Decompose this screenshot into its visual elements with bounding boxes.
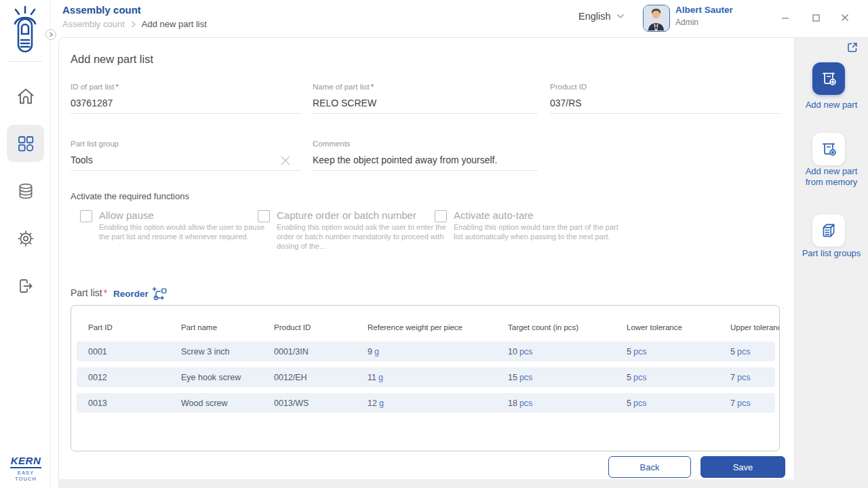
capture-order-label[interactable]: Capture order or batch number	[277, 209, 416, 221]
field-comments-label: Comments	[313, 140, 351, 148]
language-selector[interactable]: English	[578, 11, 625, 22]
language-label: English	[578, 11, 611, 22]
col-part-name: Part name	[181, 323, 274, 331]
col-upper-tolerance: Upper tolerance	[730, 323, 780, 331]
part-list-groups-label[interactable]: Part list groups	[795, 248, 868, 259]
field-product-id-label: Product ID	[550, 83, 587, 91]
cell-part-id: 0001	[88, 347, 181, 357]
cell-part-id: 0012	[88, 373, 181, 382]
reorder-label: Reorder	[113, 289, 149, 299]
field-group-input[interactable]: Tools	[71, 155, 301, 165]
clear-x-icon	[279, 155, 292, 167]
part-list-groups-icon	[820, 222, 837, 239]
form-heading: Add new part list	[71, 53, 153, 66]
cell-part-name: Wood screw	[181, 399, 274, 408]
field-comments: Comments Keep the object pointed away fr…	[313, 140, 538, 171]
add-new-part-label[interactable]: Add new part	[795, 100, 868, 110]
breadcrumb: Assembly count Add new part list	[62, 19, 207, 29]
field-underline	[71, 170, 301, 171]
part-list-groups-button[interactable]	[812, 214, 845, 247]
field-part-list-group: Part list group Tools	[71, 140, 301, 171]
cell-product-id: 0013/WS	[274, 399, 368, 408]
add-part-from-memory-icon	[820, 140, 837, 158]
sidebar-item-settings[interactable]	[7, 220, 44, 257]
gear-icon	[16, 229, 35, 248]
allow-pause-checkbox[interactable]	[80, 210, 92, 222]
field-comments-input[interactable]: Keep the object pointed away from yourse…	[313, 155, 538, 165]
label-line-2: from memory	[795, 177, 868, 188]
window-maximize-button[interactable]	[810, 12, 822, 24]
field-underline	[550, 113, 780, 114]
cell-product-id: 0001/3IN	[274, 347, 368, 357]
sidebar-item-logout[interactable]	[7, 267, 44, 304]
functions-heading: Activate the required functions	[71, 191, 189, 201]
table-row[interactable]: 0013 Wood screw 0013/WS 12g 18pcs 5pcs 7…	[77, 393, 775, 413]
cell-product-id: 0012/EH	[274, 373, 368, 382]
cell-target: 18pcs	[508, 399, 627, 408]
save-button[interactable]: Save	[701, 456, 785, 478]
part-list-table: Part ID Part name Product ID Reference w…	[71, 305, 780, 451]
breadcrumb-chevron-icon	[130, 20, 136, 28]
cell-part-name: Eye hook screw	[181, 373, 274, 382]
field-group-label: Part list group	[71, 140, 119, 148]
sidebar-item-database[interactable]	[7, 172, 44, 209]
auto-tare-checkbox[interactable]	[435, 210, 447, 222]
capture-order-checkbox[interactable]	[258, 210, 270, 222]
label-line-1: Add new part	[795, 166, 868, 177]
add-part-icon	[820, 70, 837, 87]
sidebar-item-home[interactable]	[7, 77, 44, 115]
kern-logo: KERN EASY TOUCH	[6, 455, 45, 482]
cell-lower: 5pcs	[627, 347, 730, 357]
chevron-right-icon	[48, 32, 54, 37]
auto-tare-label[interactable]: Activate auto-tare	[454, 209, 534, 221]
sidebar-expand-button[interactable]	[45, 29, 56, 40]
field-product-id: Product ID 037/RS	[550, 83, 780, 114]
allow-pause-label[interactable]: Allow pause	[99, 209, 154, 221]
breadcrumb-parent[interactable]: Assembly count	[62, 19, 125, 29]
table-row[interactable]: 0012 Eye hook screw 0012/EH 11g 15pcs 5p…	[77, 367, 775, 387]
cell-part-id: 0013	[88, 399, 181, 408]
cell-lower: 5pcs	[627, 373, 730, 382]
table-row[interactable]: 0001 Screw 3 inch 0001/3IN 9g 10pcs 5pcs…	[77, 342, 775, 361]
reorder-button[interactable]: Reorder	[113, 286, 168, 302]
cell-ref-weight: 9g	[368, 347, 508, 357]
field-id-input[interactable]: 03761287	[71, 98, 301, 108]
user-name[interactable]: Albert Sauter	[675, 5, 733, 15]
kern-brand-text: KERN	[10, 455, 42, 468]
cell-lower: 5pcs	[627, 399, 730, 408]
col-part-id: Part ID	[88, 323, 181, 331]
field-name-label: Name of part list	[313, 83, 370, 91]
close-icon	[841, 14, 849, 22]
field-underline	[313, 170, 538, 171]
field-name-input[interactable]: RELO SCREW	[313, 98, 538, 108]
window-close-button[interactable]	[839, 12, 851, 24]
col-product-id: Product ID	[274, 323, 368, 331]
window-minimize-button[interactable]	[779, 12, 791, 24]
add-part-from-memory-label[interactable]: Add new part from memory	[795, 166, 868, 188]
field-underline	[71, 113, 301, 114]
reorder-flow-icon	[152, 286, 168, 302]
col-lower-tolerance: Lower tolerance	[627, 323, 730, 331]
expand-panel-button[interactable]	[846, 41, 859, 54]
kern-sub-brand-text: EASY TOUCH	[6, 470, 45, 482]
breadcrumb-current: Add new part list	[142, 19, 207, 29]
user-avatar[interactable]	[643, 5, 670, 32]
add-part-from-memory-button[interactable]	[812, 133, 845, 165]
field-name-of-part-list: Name of part list* RELO SCREW	[313, 83, 538, 114]
bottom-strip	[58, 479, 868, 488]
auto-tare-description: Enabling this option would tare the part…	[454, 223, 623, 242]
field-product-id-input[interactable]: 037/RS	[550, 98, 780, 108]
add-new-part-button[interactable]	[812, 62, 845, 95]
sidebar-item-modes[interactable]	[7, 125, 44, 162]
capture-order-description: Enabling this option would ask the user …	[277, 223, 450, 251]
easy-touch-logo-icon	[9, 5, 41, 56]
expand-icon	[846, 41, 859, 54]
cell-target: 10pcs	[508, 347, 627, 357]
back-button[interactable]: Back	[608, 456, 691, 478]
required-marker: *	[371, 83, 374, 91]
field-id-of-part-list: ID of part list* 03761287	[71, 83, 301, 114]
cell-ref-weight: 12g	[368, 399, 508, 408]
clear-group-button[interactable]	[279, 155, 292, 167]
cell-target: 15pcs	[508, 373, 627, 382]
page-title: Assembly count	[62, 4, 141, 16]
